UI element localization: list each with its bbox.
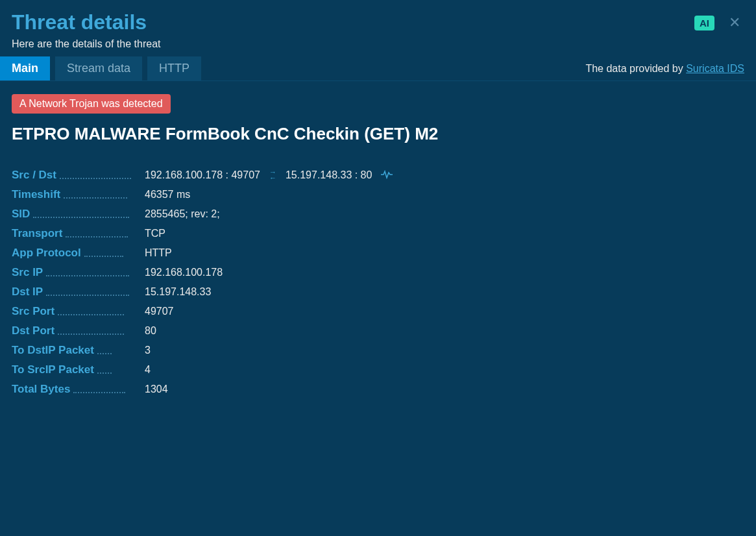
- provider-link[interactable]: Suricata IDS: [686, 63, 744, 74]
- tab-http[interactable]: HTTP: [147, 56, 201, 80]
- label-srcip: Src IP: [12, 266, 132, 279]
- label-todstip: To DstIP Packet: [12, 344, 132, 357]
- tabs-row: Main Stream data HTTP The data provided …: [0, 56, 756, 81]
- swap-icon: →←: [269, 169, 276, 181]
- value-dstport: 80: [132, 324, 393, 337]
- value-sid: 2855465; rev: 2;: [132, 208, 393, 221]
- provider-info: The data provided by Suricata IDS: [585, 63, 744, 75]
- row-tosrcip: To SrcIP Packet 4: [12, 363, 393, 376]
- tab-stream-data[interactable]: Stream data: [55, 56, 142, 80]
- label-sid: SID: [12, 208, 132, 221]
- row-todstip: To DstIP Packet 3: [12, 344, 393, 357]
- value-totalbytes: 1304: [132, 383, 393, 396]
- pulse-icon: [381, 170, 393, 181]
- row-sid: SID 2855465; rev: 2;: [12, 208, 393, 221]
- value-srcdst: 192.168.100.178 : 49707 →← 15.197.148.33…: [132, 169, 393, 182]
- value-srcport: 49707: [132, 305, 393, 318]
- value-timeshift: 46357 ms: [132, 188, 393, 201]
- provider-prefix: The data provided by: [585, 63, 686, 74]
- close-icon[interactable]: ✕: [725, 14, 744, 31]
- dst-endpoint: 15.197.148.33 : 80: [286, 169, 372, 181]
- row-srcip: Src IP 192.168.100.178: [12, 266, 393, 279]
- alert-badge: A Network Trojan was detected: [12, 94, 171, 114]
- details-table: Src / Dst 192.168.100.178 : 49707 →← 15.…: [12, 162, 393, 402]
- value-todstip: 3: [132, 344, 393, 357]
- label-timeshift: Timeshift: [12, 188, 132, 201]
- header-left: Threat details Here are the details of t…: [12, 10, 694, 50]
- value-tosrcip: 4: [132, 363, 393, 376]
- tab-main[interactable]: Main: [0, 56, 50, 80]
- header: Threat details Here are the details of t…: [0, 0, 756, 56]
- label-totalbytes: Total Bytes: [12, 383, 132, 396]
- row-timeshift: Timeshift 46357 ms: [12, 188, 393, 201]
- page-title: Threat details: [12, 10, 694, 34]
- row-transport: Transport TCP: [12, 227, 393, 240]
- label-approtocol: App Protocol: [12, 247, 132, 260]
- label-transport: Transport: [12, 227, 132, 240]
- src-endpoint: 192.168.100.178 : 49707: [145, 169, 260, 181]
- header-right: AI ✕: [694, 10, 744, 31]
- label-dstport: Dst Port: [12, 324, 132, 337]
- row-approtocol: App Protocol HTTP: [12, 247, 393, 260]
- page-subtitle: Here are the details of the threat: [12, 38, 694, 50]
- label-srcport: Src Port: [12, 305, 132, 318]
- value-transport: TCP: [132, 227, 393, 240]
- tabs: Main Stream data HTTP: [0, 56, 201, 80]
- row-dstport: Dst Port 80: [12, 324, 393, 337]
- row-srcport: Src Port 49707: [12, 305, 393, 318]
- value-approtocol: HTTP: [132, 247, 393, 260]
- row-srcdst: Src / Dst 192.168.100.178 : 49707 →← 15.…: [12, 169, 393, 182]
- row-dstip: Dst IP 15.197.148.33: [12, 286, 393, 298]
- value-srcip: 192.168.100.178: [132, 266, 393, 279]
- threat-name: ETPRO MALWARE FormBook CnC Checkin (GET)…: [12, 124, 744, 144]
- label-dstip: Dst IP: [12, 286, 132, 298]
- ai-badge[interactable]: AI: [694, 16, 714, 30]
- label-tosrcip: To SrcIP Packet: [12, 363, 132, 376]
- row-totalbytes: Total Bytes 1304: [12, 383, 393, 396]
- label-srcdst: Src / Dst: [12, 169, 132, 182]
- content: A Network Trojan was detected ETPRO MALW…: [0, 81, 756, 415]
- value-dstip: 15.197.148.33: [132, 286, 393, 298]
